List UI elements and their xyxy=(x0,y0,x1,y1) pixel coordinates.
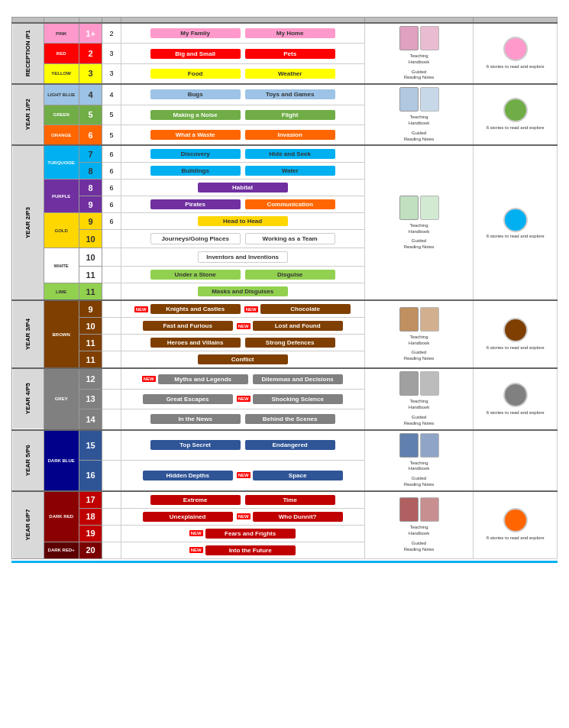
band-cell: DARK BLUE xyxy=(44,430,79,491)
oxford-level-cell: 8 xyxy=(79,163,102,180)
book-button-1[interactable]: Conflict xyxy=(198,354,288,364)
oxford-level-cell: 10 xyxy=(79,248,102,267)
book-button-1[interactable]: Journeys/Going Places xyxy=(150,233,241,244)
book-button-1[interactable]: What a Waste xyxy=(150,130,241,140)
book-1: What a Waste xyxy=(150,129,241,141)
book-button-2[interactable]: Space xyxy=(253,471,343,480)
book-button-1[interactable]: In the News xyxy=(150,414,241,424)
book-1: NEWFears and Frights xyxy=(189,528,296,539)
pupil-books-cell: Big and SmallPets xyxy=(121,44,364,63)
pupil-books-cell: Inventors and Inventions xyxy=(121,248,364,267)
book-button-2[interactable]: Pets xyxy=(245,49,335,59)
book-button-1[interactable]: Bugs xyxy=(150,89,241,99)
book-button-2[interactable]: Behind the Scenes xyxy=(245,414,335,424)
ls-phase-cell xyxy=(102,389,121,409)
pupil-books-cell: BuildingsWater xyxy=(121,163,364,180)
book-button-2[interactable]: Strong Defences xyxy=(245,338,335,348)
book-button-1[interactable]: Discovery xyxy=(150,149,241,159)
band-cell: BROWN xyxy=(44,300,79,368)
new-badge-2: NEW xyxy=(237,323,251,329)
book-button-2[interactable]: Lost and Found xyxy=(253,321,343,331)
book-button-1[interactable]: Unexplained xyxy=(143,512,233,522)
book-button-1[interactable]: Extreme xyxy=(150,495,241,505)
band-cell: DARK RED+ xyxy=(44,542,79,558)
ls-phase-cell xyxy=(102,491,121,509)
book-button-1[interactable]: Habitat xyxy=(198,183,288,193)
software-cell xyxy=(474,430,558,491)
book-1: Hidden Depths xyxy=(142,470,234,481)
book-button-1[interactable]: Great Escapes xyxy=(143,394,233,404)
book-button-2[interactable]: Time xyxy=(245,495,335,505)
book-button-2[interactable]: Toys and Games xyxy=(245,89,335,99)
year-cell: YEAR 4/P5 xyxy=(12,368,44,429)
book-button-1[interactable]: Masks and Disguises xyxy=(198,286,288,296)
book-button-1[interactable]: Food xyxy=(150,69,241,79)
new-badge-1: NEW xyxy=(134,306,148,312)
pupil-books-cell: DiscoveryHide and Seek xyxy=(121,145,364,163)
pupil-books-cell: Journeys/Going PlacesWorking as a Team xyxy=(121,230,364,248)
book-button-1[interactable]: Pirates xyxy=(150,199,241,209)
book-button-1[interactable]: Heroes and Villains xyxy=(150,338,241,348)
book-button-2[interactable]: Weather xyxy=(245,69,335,79)
oxford-level-cell: 17 xyxy=(79,491,102,509)
book-button-2[interactable]: Who Dunnit? xyxy=(253,512,343,522)
book-button-1[interactable]: Top Secret xyxy=(150,440,241,450)
book-button-1[interactable]: My Family xyxy=(150,28,241,38)
book-button-2[interactable]: Chocolate xyxy=(260,304,351,314)
book-button-1[interactable]: Buildings xyxy=(150,166,241,176)
oxford-level-cell: 11 xyxy=(79,351,102,369)
oxford-level-cell: 11 xyxy=(79,283,102,301)
book-2: Weather xyxy=(244,68,336,79)
pupil-books-cell: Fast and FuriousNEWLost and Found xyxy=(121,318,364,335)
book-2: Working as a Team xyxy=(244,232,336,245)
oxford-level-cell: 9 xyxy=(79,213,102,230)
ls-phase-cell xyxy=(102,351,121,369)
ls-phase-cell xyxy=(102,542,121,558)
book-button-1[interactable]: Fast and Furious xyxy=(143,321,233,331)
book-button-2[interactable]: Disguise xyxy=(245,270,335,280)
oxford-level-cell: 4 xyxy=(79,84,102,105)
book-button-2[interactable]: Endangered xyxy=(245,440,335,450)
software-cell: 6 stories to read and explore xyxy=(474,491,558,559)
book-2: Invasion xyxy=(244,129,336,141)
book-button-2[interactable]: Working as a Team xyxy=(245,233,335,244)
band-cell: TURQUOISE xyxy=(44,145,79,180)
book-1: Extreme xyxy=(150,494,241,506)
new-badge-1: NEW xyxy=(189,547,203,553)
book-button-1[interactable]: Under a Stone xyxy=(150,270,241,280)
table-row: YEAR 4/P5GREY12NEWMyths and LegendsDilem… xyxy=(12,368,558,389)
book-button-2[interactable]: My Home xyxy=(245,28,335,38)
oxford-level-cell: 6 xyxy=(79,125,102,145)
book-1: Top Secret xyxy=(150,439,241,451)
ls-phase-cell xyxy=(102,430,121,461)
book-button-1[interactable]: Knights and Castles xyxy=(150,304,241,314)
ls-phase-cell xyxy=(102,283,121,301)
pupil-books-cell: Masks and Disguises xyxy=(121,283,364,301)
year-cell: YEAR 3/P4 xyxy=(12,300,44,368)
bottom-border xyxy=(11,561,558,563)
book-button-1[interactable]: Hidden Depths xyxy=(143,471,233,480)
book-button-1[interactable]: Making a Noise xyxy=(150,110,241,120)
pupil-books-cell: PiratesCommunication xyxy=(121,196,364,213)
book-button-2[interactable]: Water xyxy=(245,166,335,176)
ls-phase-cell xyxy=(102,409,121,430)
overview-table: RECEPTION /P1PINK1+2My FamilyMy HomeTeac… xyxy=(11,17,558,559)
book-button-1[interactable]: Into the Future xyxy=(205,545,296,555)
book-button-1[interactable]: Fears and Frights xyxy=(205,529,296,539)
book-button-2[interactable]: Shocking Science xyxy=(253,394,343,404)
book-button-1[interactable]: Inventors and Inventions xyxy=(198,251,288,263)
teaching-support-cell: TeachingHandbookGuidedReading Notes xyxy=(364,430,474,491)
pupil-books-cell: Great EscapesNEWShocking Science xyxy=(121,389,364,409)
book-button-1[interactable]: Myths and Legends xyxy=(158,374,248,384)
book-button-2[interactable]: Flight xyxy=(245,110,335,120)
oxford-level-cell: 1+ xyxy=(79,23,102,44)
software-cell: 6 stories to read and explore xyxy=(474,84,558,145)
book-button-2[interactable]: Dilemmas and Decisions xyxy=(253,374,343,384)
book-button-1[interactable]: Big and Small xyxy=(150,49,241,59)
book-button-2[interactable]: Communication xyxy=(245,199,335,209)
oxford-level-cell: 3 xyxy=(79,63,102,84)
book-button-2[interactable]: Invasion xyxy=(245,130,335,140)
oxford-level-cell: 19 xyxy=(79,525,102,542)
book-button-2[interactable]: Hide and Seek xyxy=(245,149,335,159)
book-button-1[interactable]: Head to Head xyxy=(198,216,288,226)
